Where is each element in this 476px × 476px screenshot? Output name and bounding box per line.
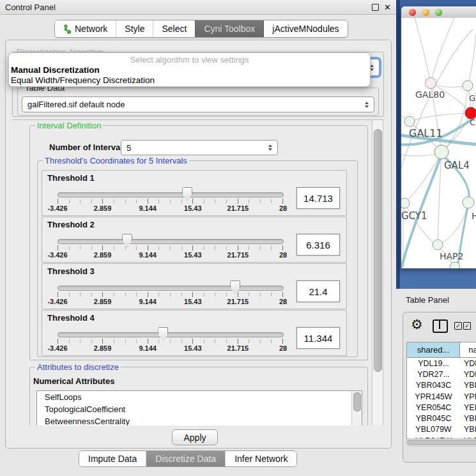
cell-shared-name: YBL079W <box>407 425 460 434</box>
split-columns-icon[interactable] <box>433 319 448 333</box>
thresholds-fieldset: Threshold's Coordinates for 5 Intervals … <box>37 160 358 357</box>
table-data-combobox[interactable]: galFiltered.sif default node <box>22 96 374 112</box>
list-scrollbar-thumb[interactable] <box>353 392 361 411</box>
threshold-title: Threshold 3 <box>47 266 95 276</box>
tick-label: -3.426 <box>47 204 67 212</box>
tick-label: 2.859 <box>94 251 112 259</box>
slider-track[interactable] <box>58 192 284 197</box>
threshold-value-box[interactable]: 14.713 <box>296 187 340 209</box>
attributes-listbox[interactable]: SelfLoops TopologicalCoefficient Between… <box>36 390 362 426</box>
checkbox-icon[interactable]: ✓ <box>463 322 471 330</box>
attributes-legend: Attributes to discretize <box>35 362 121 372</box>
dropdown-option-manual[interactable]: Manual Discretization <box>11 65 100 75</box>
threshold-value-box[interactable]: 21.4 <box>296 280 340 302</box>
list-item[interactable]: BetweennessCentrality <box>37 415 362 426</box>
minimize-traffic-light-icon[interactable] <box>422 9 429 16</box>
tick-label: 9.144 <box>139 251 157 259</box>
slider-scale-labels: -3.426 2.859 9.144 15.43 21.715 28 <box>58 204 283 213</box>
gear-icon[interactable]: ⚙ <box>411 318 423 331</box>
combo-spinner-icon[interactable] <box>362 102 372 108</box>
slider-minor-ticks <box>58 246 283 250</box>
application-window: Control Panel ✕ Network Style Select Cyn… <box>0 0 476 476</box>
table-row[interactable]: YPR145WYPR1 <box>407 391 476 402</box>
table-header-row: shared... na <box>407 342 476 358</box>
slider-minor-ticks <box>58 339 283 343</box>
num-intervals-combobox[interactable]: 5 <box>121 140 278 155</box>
tab-label: jActiveMNodules <box>272 24 339 34</box>
tab-network[interactable]: Network <box>55 20 116 37</box>
cell-name: YDR2 <box>460 370 476 379</box>
tab-style[interactable]: Style <box>116 20 153 37</box>
cyni-toolbox-panel: Table Data galFiltered.sif default node … <box>5 40 392 449</box>
slider-thumb[interactable] <box>230 280 240 294</box>
checkbox-icon[interactable]: ✓ <box>454 322 462 330</box>
table-scrollbar-thumb[interactable] <box>407 440 476 445</box>
numerical-attributes-label: Numerical Attributes <box>33 376 114 386</box>
cell-name: YER0 <box>460 403 476 412</box>
table-row[interactable]: YBR045CYBR0 <box>407 413 476 424</box>
table-horizontal-scrollbar[interactable] <box>406 438 476 447</box>
list-item[interactable]: SelfLoops <box>37 391 362 403</box>
slider-thumb[interactable] <box>158 327 168 341</box>
table-data-value: galFiltered.sif default node <box>22 100 362 109</box>
close-traffic-light-icon[interactable] <box>409 9 416 16</box>
tick-label: 2.859 <box>94 298 112 305</box>
cell-shared-name: YPR145W <box>407 392 460 401</box>
apply-button[interactable]: Apply <box>172 429 218 445</box>
node-label: C <box>470 118 475 127</box>
cell-shared-name: YDL19... <box>407 359 460 368</box>
tick-label: 15.43 <box>184 344 202 352</box>
cell-name: YDL1 <box>460 359 476 368</box>
network-window[interactable]: GAL80 GA C GAL11 GAL4 GCY1 H HAP2 <box>401 6 476 268</box>
close-icon[interactable]: ✕ <box>384 3 391 12</box>
tick-label: 21.715 <box>227 251 249 259</box>
table-row[interactable]: YER054CYER0 <box>407 402 476 413</box>
slider-minor-ticks <box>58 293 283 296</box>
tab-infer-network[interactable]: Infer Network <box>225 451 296 466</box>
tab-jactivemnodules[interactable]: jActiveMNodules <box>263 20 347 37</box>
tick-label: -3.426 <box>47 344 67 352</box>
slider-scale-labels: -3.426 2.859 9.144 15.43 21.715 28 <box>58 251 283 259</box>
tick-label: 28 <box>279 204 287 212</box>
tick-label: 28 <box>279 298 287 305</box>
tab-cyni-toolbox[interactable]: Cyni Toolbox <box>195 20 263 37</box>
network-canvas[interactable]: GAL80 GA C GAL11 GAL4 GCY1 H HAP2 <box>401 18 476 268</box>
node-label: H <box>472 211 476 221</box>
tick-label: 2.859 <box>94 344 112 352</box>
settings-scrollbar-thumb[interactable] <box>374 129 382 372</box>
slider-minor-ticks <box>58 199 283 203</box>
slider-scale-labels: -3.426 2.859 9.144 15.43 21.715 28 <box>58 344 283 353</box>
column-header-shared-name[interactable]: shared... <box>407 342 460 357</box>
table-row[interactable]: YBR043CYBR0 <box>407 380 476 391</box>
settings-scrollpane: Interval Definition Number of Intervals … <box>12 119 383 426</box>
slider-thumb[interactable] <box>122 234 132 247</box>
tick-label: 28 <box>279 251 287 259</box>
slider-thumb[interactable] <box>182 187 192 201</box>
cell-name: YBL0 <box>460 425 476 434</box>
network-window-titlebar <box>401 6 476 19</box>
slider-track[interactable] <box>58 239 284 244</box>
threshold-value-box[interactable]: 6.316 <box>296 234 340 256</box>
list-item[interactable]: TopologicalCoefficient <box>37 403 362 415</box>
float-window-icon[interactable] <box>372 4 379 11</box>
list-scrollbar[interactable] <box>351 391 362 426</box>
tab-select[interactable]: Select <box>153 20 195 37</box>
table-row[interactable]: YDR27...YDR2 <box>407 369 476 380</box>
table-row[interactable]: YBL079WYBL0 <box>407 424 476 435</box>
cell-shared-name: YER054C <box>407 403 460 412</box>
threshold-title: Threshold 4 <box>47 313 95 323</box>
table-panel-title: Table Panel <box>406 295 449 305</box>
zoom-traffic-light-icon[interactable] <box>435 9 442 16</box>
table-row[interactable]: YDL19...YDL1 <box>407 358 476 369</box>
tab-impute-data[interactable]: Impute Data <box>79 451 146 466</box>
tab-discretize-data[interactable]: Discretize Data <box>146 451 225 466</box>
combo-spinner-icon[interactable] <box>265 144 275 151</box>
slider-track[interactable] <box>58 286 284 291</box>
settings-scrollbar[interactable] <box>372 120 383 426</box>
column-header-name[interactable]: na <box>460 342 476 357</box>
tab-label: Select <box>162 24 187 34</box>
control-panel-titlebar: Control Panel ✕ <box>0 0 396 15</box>
dropdown-option-equal-width[interactable]: Equal Width/Frequency Discretization <box>11 75 155 85</box>
slider-track[interactable] <box>58 332 284 337</box>
threshold-value-box[interactable]: 11.344 <box>296 327 340 349</box>
